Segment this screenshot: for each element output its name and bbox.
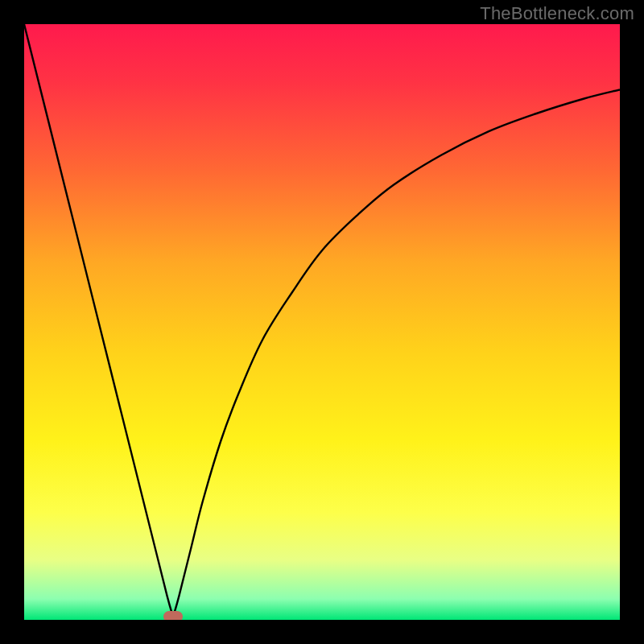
- watermark-text: TheBottleneck.com: [480, 3, 634, 24]
- svg-rect-0: [24, 24, 620, 620]
- background-gradient: [24, 24, 620, 620]
- chart-frame: TheBottleneck.com: [0, 0, 644, 644]
- plot-area: [24, 24, 620, 620]
- minimum-marker: [163, 611, 183, 620]
